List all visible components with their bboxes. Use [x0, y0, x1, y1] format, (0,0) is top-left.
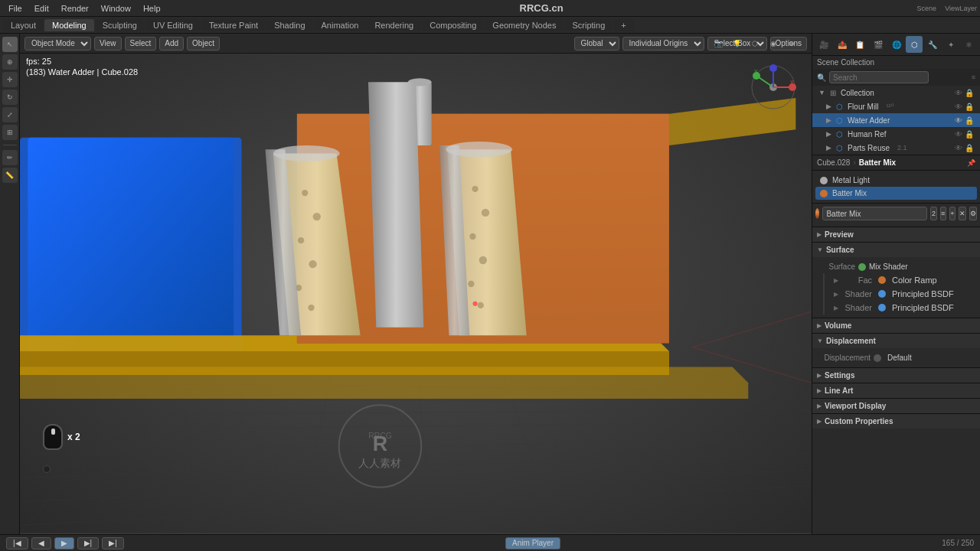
svg-point-47 — [273, 145, 340, 161]
menu-window[interactable]: Window — [96, 2, 136, 15]
section-preview-header[interactable]: ▶ Preview — [812, 227, 980, 242]
vp-gizmo-icon[interactable]: ⊕ — [784, 37, 799, 51]
view-menu[interactable]: View — [94, 37, 122, 51]
mat-unlink-btn[interactable]: ✕ — [959, 207, 966, 220]
fac-arrow: ▶ — [834, 277, 838, 284]
tab-uv-editing[interactable]: UV Editing — [145, 19, 201, 31]
tab-layout[interactable]: Layout — [3, 19, 44, 31]
pr-name: Parts Reuse — [848, 144, 890, 152]
vp-light-icon[interactable]: 💡 — [729, 37, 744, 51]
anim-jump-start-btn[interactable]: |◀ — [6, 537, 28, 549]
orientation-select[interactable]: Global — [574, 37, 619, 51]
sub-fac[interactable]: ▶ Fac Color Ramp — [829, 273, 975, 287]
mat-new-btn[interactable]: + — [949, 207, 956, 220]
tool-rotate[interactable]: ↻ — [2, 90, 18, 105]
outliner-item-humanref[interactable]: ▶ ⬡ Human Ref 👁 🔒 — [812, 127, 980, 141]
outliner-search-input[interactable] — [829, 71, 929, 83]
tool-transform[interactable]: ⊞ — [2, 125, 18, 140]
select-menu[interactable]: Select — [125, 37, 157, 51]
section-surface-header[interactable]: ▼ Surface — [812, 243, 980, 257]
prop-physics-btn[interactable]: ⚛ — [960, 36, 977, 53]
menu-file[interactable]: File — [3, 2, 28, 15]
section-settings-header[interactable]: ▶ Settings — [812, 368, 980, 383]
tool-annotate[interactable]: ✏ — [2, 150, 18, 165]
svg-point-34 — [298, 237, 304, 243]
tab-compositing[interactable]: Compositing — [422, 19, 484, 31]
vp-material-icon[interactable]: ⬡ — [747, 37, 763, 51]
viewport-display-title: Viewport Display — [825, 402, 886, 410]
tool-move[interactable]: ✛ — [2, 72, 18, 87]
anim-frame-info: 165 / 250 — [942, 539, 974, 547]
object-info: (183) Water Adder | Cube.028 — [26, 67, 138, 77]
sub-shader1[interactable]: ▶ Shader Principled BSDF — [829, 287, 975, 301]
section-custom-properties: ▶ Custom Properties — [812, 413, 980, 429]
prop-output-btn[interactable]: 📤 — [834, 36, 851, 53]
shader2-value[interactable]: Principled BSDF — [892, 303, 971, 312]
bc-item-cube[interactable]: Cube.028 — [817, 158, 850, 167]
scene-3d: R 人人素材 RRCG — [20, 34, 812, 534]
surface-row-value[interactable]: Mix Shader — [869, 262, 975, 271]
material-name-input[interactable] — [822, 207, 927, 220]
tool-scale[interactable]: ⤢ — [2, 107, 18, 122]
anim-next-frame-btn[interactable]: ▶| — [77, 537, 100, 549]
tab-animation[interactable]: Animation — [314, 19, 367, 31]
disp-value[interactable]: Default — [887, 354, 912, 362]
object-menu[interactable]: Object — [187, 37, 220, 51]
shader1-value[interactable]: Principled BSDF — [892, 289, 971, 298]
anim-jump-end-btn[interactable]: ▶| — [102, 537, 124, 549]
anim-play-btn[interactable]: ▶ — [54, 537, 74, 549]
menu-help[interactable]: Help — [138, 2, 166, 15]
pivot-select[interactable]: Individual Origins — [622, 37, 704, 51]
tab-geometry-nodes[interactable]: Geometry Nodes — [485, 19, 564, 31]
navigation-gizmo[interactable]: X Y Z — [750, 64, 796, 110]
prop-scene-btn[interactable]: 🎬 — [870, 36, 887, 53]
bc-pin-icon[interactable]: 📌 — [967, 159, 975, 167]
mat-settings-btn[interactable]: ⚙ — [969, 207, 977, 220]
anim-prev-frame-btn[interactable]: ◀ — [31, 537, 51, 549]
outliner-item-wateradder[interactable]: ▶ ⬡ Water Adder 👁 🔒 — [812, 113, 980, 127]
filter-icon[interactable]: ≡ — [972, 73, 975, 81]
tool-select[interactable]: ↖ — [2, 37, 18, 52]
prop-render-btn[interactable]: 🎥 — [815, 36, 832, 53]
material-item-metal-light[interactable]: Metal Light — [815, 174, 977, 187]
tab-shading[interactable]: Shading — [266, 19, 312, 31]
main-layout: ↖ ⊕ ✛ ↻ ⤢ ⊞ ✏ 📏 Object Mode View Select … — [0, 34, 980, 534]
vp-overlay-icon[interactable]: ◉ — [766, 37, 781, 51]
fac-value[interactable]: Color Ramp — [892, 276, 971, 285]
tool-cursor[interactable]: ⊕ — [2, 54, 18, 70]
tab-texture-paint[interactable]: Texture Paint — [201, 19, 266, 31]
tab-scripting[interactable]: Scripting — [564, 19, 612, 31]
tool-measure[interactable]: 📏 — [2, 168, 18, 183]
mat-browse-btn[interactable]: ≡ — [940, 207, 946, 220]
menu-render[interactable]: Render — [56, 2, 94, 15]
mode-select[interactable]: Object Mode — [24, 37, 91, 51]
prop-particles-btn[interactable]: ✦ — [942, 36, 959, 53]
prop-modifier-btn[interactable]: 🔧 — [924, 36, 941, 53]
add-menu[interactable]: Add — [159, 37, 184, 51]
svg-text:Y: Y — [754, 69, 758, 74]
tab-modeling[interactable]: Modeling — [44, 19, 94, 31]
section-displacement-header[interactable]: ▼ Displacement — [812, 334, 980, 348]
pr-arrow: ▶ — [826, 144, 831, 152]
sub-shader2[interactable]: ▶ Shader Principled BSDF — [829, 301, 975, 315]
prop-world-btn[interactable]: 🌐 — [888, 36, 905, 53]
material-item-batter-mix[interactable]: Batter Mix — [815, 187, 977, 200]
outliner-item-flourmill[interactable]: ▶ ⬡ Flour Mill ¹²⁰ 👁 🔒 — [812, 99, 980, 113]
anim-player-label[interactable]: Anim Player — [505, 537, 560, 549]
section-custom-properties-header[interactable]: ▶ Custom Properties — [812, 414, 980, 429]
vp-camera-icon[interactable]: 📷 — [710, 37, 726, 51]
prop-view-btn[interactable]: 📋 — [851, 36, 868, 53]
section-volume-header[interactable]: ▶ Volume — [812, 318, 980, 333]
volume-arrow: ▶ — [817, 322, 822, 329]
menu-edit[interactable]: Edit — [29, 2, 54, 15]
section-line-art-header[interactable]: ▶ Line Art — [812, 383, 980, 398]
tab-add[interactable]: + — [613, 19, 633, 31]
tab-sculpting[interactable]: Sculpting — [95, 19, 145, 31]
section-viewport-display-header[interactable]: ▶ Viewport Display — [812, 399, 980, 413]
outliner-item-partsreuse[interactable]: ▶ ⬡ Parts Reuse 2.1 👁 🔒 — [812, 141, 980, 155]
outliner-item-collection[interactable]: ▼ ⊞ Collection 👁 🔒 — [812, 86, 980, 99]
tab-rendering[interactable]: Rendering — [367, 19, 421, 31]
mat-count-btn[interactable]: 2 — [930, 207, 936, 220]
prop-object-btn[interactable]: ⬡ — [906, 36, 923, 53]
viewport-3d[interactable]: Object Mode View Select Add Object Globa… — [20, 34, 812, 534]
